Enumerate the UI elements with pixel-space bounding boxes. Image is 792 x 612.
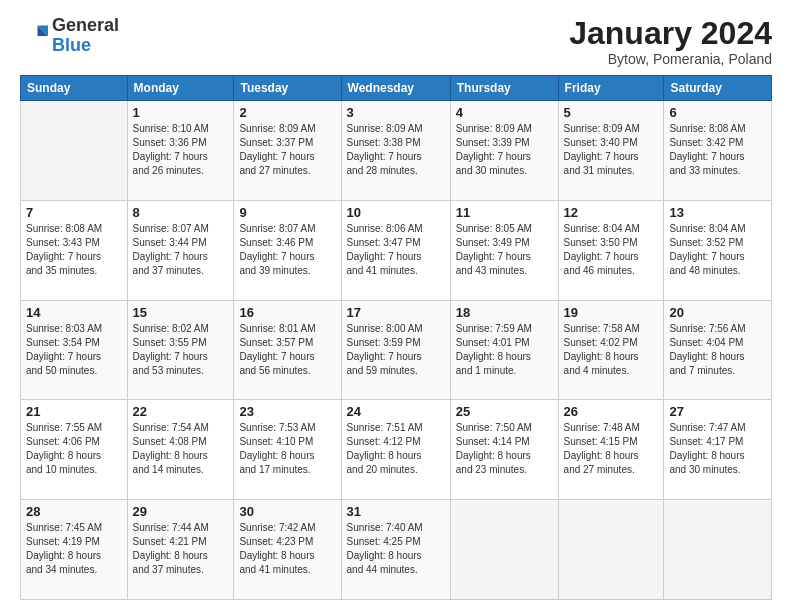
day-number: 4 bbox=[456, 105, 553, 120]
location-subtitle: Bytow, Pomerania, Poland bbox=[569, 51, 772, 67]
day-number: 9 bbox=[239, 205, 335, 220]
calendar-cell: 30Sunrise: 7:42 AM Sunset: 4:23 PM Dayli… bbox=[234, 500, 341, 600]
logo-general-text: General bbox=[52, 15, 119, 35]
day-number: 19 bbox=[564, 305, 659, 320]
day-detail: Sunrise: 7:47 AM Sunset: 4:17 PM Dayligh… bbox=[669, 421, 766, 477]
day-number: 1 bbox=[133, 105, 229, 120]
calendar-cell: 19Sunrise: 7:58 AM Sunset: 4:02 PM Dayli… bbox=[558, 300, 664, 400]
day-number: 31 bbox=[347, 504, 445, 519]
day-detail: Sunrise: 8:06 AM Sunset: 3:47 PM Dayligh… bbox=[347, 222, 445, 278]
day-number: 29 bbox=[133, 504, 229, 519]
weekday-header-thursday: Thursday bbox=[450, 76, 558, 101]
day-number: 7 bbox=[26, 205, 122, 220]
day-number: 3 bbox=[347, 105, 445, 120]
header: General Blue January 2024 Bytow, Pomeran… bbox=[20, 16, 772, 67]
calendar-cell: 9Sunrise: 8:07 AM Sunset: 3:46 PM Daylig… bbox=[234, 200, 341, 300]
day-detail: Sunrise: 8:00 AM Sunset: 3:59 PM Dayligh… bbox=[347, 322, 445, 378]
day-detail: Sunrise: 7:59 AM Sunset: 4:01 PM Dayligh… bbox=[456, 322, 553, 378]
calendar-cell: 29Sunrise: 7:44 AM Sunset: 4:21 PM Dayli… bbox=[127, 500, 234, 600]
day-number: 24 bbox=[347, 404, 445, 419]
day-number: 18 bbox=[456, 305, 553, 320]
day-detail: Sunrise: 7:40 AM Sunset: 4:25 PM Dayligh… bbox=[347, 521, 445, 577]
calendar-cell: 28Sunrise: 7:45 AM Sunset: 4:19 PM Dayli… bbox=[21, 500, 128, 600]
calendar-cell: 23Sunrise: 7:53 AM Sunset: 4:10 PM Dayli… bbox=[234, 400, 341, 500]
calendar-cell: 7Sunrise: 8:08 AM Sunset: 3:43 PM Daylig… bbox=[21, 200, 128, 300]
calendar-cell: 21Sunrise: 7:55 AM Sunset: 4:06 PM Dayli… bbox=[21, 400, 128, 500]
logo-blue-text: Blue bbox=[52, 35, 91, 55]
day-detail: Sunrise: 8:07 AM Sunset: 3:44 PM Dayligh… bbox=[133, 222, 229, 278]
day-number: 16 bbox=[239, 305, 335, 320]
day-detail: Sunrise: 8:04 AM Sunset: 3:52 PM Dayligh… bbox=[669, 222, 766, 278]
calendar-cell: 20Sunrise: 7:56 AM Sunset: 4:04 PM Dayli… bbox=[664, 300, 772, 400]
calendar-cell: 8Sunrise: 8:07 AM Sunset: 3:44 PM Daylig… bbox=[127, 200, 234, 300]
day-number: 13 bbox=[669, 205, 766, 220]
day-detail: Sunrise: 7:50 AM Sunset: 4:14 PM Dayligh… bbox=[456, 421, 553, 477]
calendar-cell: 18Sunrise: 7:59 AM Sunset: 4:01 PM Dayli… bbox=[450, 300, 558, 400]
day-detail: Sunrise: 7:51 AM Sunset: 4:12 PM Dayligh… bbox=[347, 421, 445, 477]
day-number: 5 bbox=[564, 105, 659, 120]
logo: General Blue bbox=[20, 16, 119, 56]
day-number: 21 bbox=[26, 404, 122, 419]
day-detail: Sunrise: 8:07 AM Sunset: 3:46 PM Dayligh… bbox=[239, 222, 335, 278]
day-number: 14 bbox=[26, 305, 122, 320]
calendar-cell: 12Sunrise: 8:04 AM Sunset: 3:50 PM Dayli… bbox=[558, 200, 664, 300]
day-number: 15 bbox=[133, 305, 229, 320]
day-detail: Sunrise: 7:56 AM Sunset: 4:04 PM Dayligh… bbox=[669, 322, 766, 378]
logo-text: General Blue bbox=[52, 16, 119, 56]
day-detail: Sunrise: 7:42 AM Sunset: 4:23 PM Dayligh… bbox=[239, 521, 335, 577]
calendar-week-row: 28Sunrise: 7:45 AM Sunset: 4:19 PM Dayli… bbox=[21, 500, 772, 600]
calendar-cell: 24Sunrise: 7:51 AM Sunset: 4:12 PM Dayli… bbox=[341, 400, 450, 500]
day-number: 6 bbox=[669, 105, 766, 120]
day-detail: Sunrise: 7:53 AM Sunset: 4:10 PM Dayligh… bbox=[239, 421, 335, 477]
day-number: 20 bbox=[669, 305, 766, 320]
calendar-cell: 10Sunrise: 8:06 AM Sunset: 3:47 PM Dayli… bbox=[341, 200, 450, 300]
calendar-week-row: 14Sunrise: 8:03 AM Sunset: 3:54 PM Dayli… bbox=[21, 300, 772, 400]
day-number: 2 bbox=[239, 105, 335, 120]
day-detail: Sunrise: 8:09 AM Sunset: 3:40 PM Dayligh… bbox=[564, 122, 659, 178]
day-number: 26 bbox=[564, 404, 659, 419]
calendar-table: SundayMondayTuesdayWednesdayThursdayFrid… bbox=[20, 75, 772, 600]
day-detail: Sunrise: 8:01 AM Sunset: 3:57 PM Dayligh… bbox=[239, 322, 335, 378]
weekday-header-row: SundayMondayTuesdayWednesdayThursdayFrid… bbox=[21, 76, 772, 101]
day-number: 27 bbox=[669, 404, 766, 419]
calendar-cell: 25Sunrise: 7:50 AM Sunset: 4:14 PM Dayli… bbox=[450, 400, 558, 500]
calendar-cell bbox=[558, 500, 664, 600]
day-detail: Sunrise: 8:09 AM Sunset: 3:37 PM Dayligh… bbox=[239, 122, 335, 178]
title-block: January 2024 Bytow, Pomerania, Poland bbox=[569, 16, 772, 67]
day-detail: Sunrise: 7:44 AM Sunset: 4:21 PM Dayligh… bbox=[133, 521, 229, 577]
calendar-cell: 14Sunrise: 8:03 AM Sunset: 3:54 PM Dayli… bbox=[21, 300, 128, 400]
day-number: 12 bbox=[564, 205, 659, 220]
calendar-cell: 22Sunrise: 7:54 AM Sunset: 4:08 PM Dayli… bbox=[127, 400, 234, 500]
calendar-cell: 11Sunrise: 8:05 AM Sunset: 3:49 PM Dayli… bbox=[450, 200, 558, 300]
day-number: 17 bbox=[347, 305, 445, 320]
weekday-header-wednesday: Wednesday bbox=[341, 76, 450, 101]
calendar-cell: 27Sunrise: 7:47 AM Sunset: 4:17 PM Dayli… bbox=[664, 400, 772, 500]
calendar-cell: 16Sunrise: 8:01 AM Sunset: 3:57 PM Dayli… bbox=[234, 300, 341, 400]
calendar-cell: 4Sunrise: 8:09 AM Sunset: 3:39 PM Daylig… bbox=[450, 101, 558, 201]
day-detail: Sunrise: 8:05 AM Sunset: 3:49 PM Dayligh… bbox=[456, 222, 553, 278]
calendar-cell bbox=[664, 500, 772, 600]
calendar-week-row: 1Sunrise: 8:10 AM Sunset: 3:36 PM Daylig… bbox=[21, 101, 772, 201]
calendar-cell: 3Sunrise: 8:09 AM Sunset: 3:38 PM Daylig… bbox=[341, 101, 450, 201]
calendar-week-row: 21Sunrise: 7:55 AM Sunset: 4:06 PM Dayli… bbox=[21, 400, 772, 500]
day-number: 8 bbox=[133, 205, 229, 220]
calendar-cell: 17Sunrise: 8:00 AM Sunset: 3:59 PM Dayli… bbox=[341, 300, 450, 400]
day-detail: Sunrise: 7:48 AM Sunset: 4:15 PM Dayligh… bbox=[564, 421, 659, 477]
weekday-header-saturday: Saturday bbox=[664, 76, 772, 101]
calendar-cell: 13Sunrise: 8:04 AM Sunset: 3:52 PM Dayli… bbox=[664, 200, 772, 300]
day-detail: Sunrise: 8:08 AM Sunset: 3:43 PM Dayligh… bbox=[26, 222, 122, 278]
day-detail: Sunrise: 8:03 AM Sunset: 3:54 PM Dayligh… bbox=[26, 322, 122, 378]
calendar-cell: 5Sunrise: 8:09 AM Sunset: 3:40 PM Daylig… bbox=[558, 101, 664, 201]
day-detail: Sunrise: 8:08 AM Sunset: 3:42 PM Dayligh… bbox=[669, 122, 766, 178]
day-detail: Sunrise: 7:58 AM Sunset: 4:02 PM Dayligh… bbox=[564, 322, 659, 378]
calendar-cell bbox=[450, 500, 558, 600]
day-number: 10 bbox=[347, 205, 445, 220]
day-detail: Sunrise: 8:02 AM Sunset: 3:55 PM Dayligh… bbox=[133, 322, 229, 378]
calendar-cell: 26Sunrise: 7:48 AM Sunset: 4:15 PM Dayli… bbox=[558, 400, 664, 500]
day-number: 28 bbox=[26, 504, 122, 519]
weekday-header-sunday: Sunday bbox=[21, 76, 128, 101]
calendar-cell bbox=[21, 101, 128, 201]
day-number: 30 bbox=[239, 504, 335, 519]
logo-icon bbox=[20, 22, 48, 50]
calendar-cell: 31Sunrise: 7:40 AM Sunset: 4:25 PM Dayli… bbox=[341, 500, 450, 600]
